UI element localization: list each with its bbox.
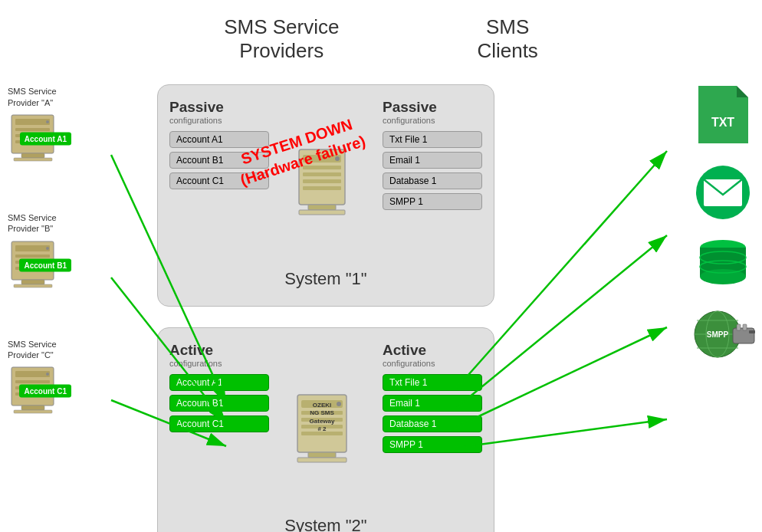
svg-rect-28 [15, 380, 50, 383]
server-c: SMS Service Provider "C" Account C1 [8, 339, 65, 419]
system2-email: Email 1 [383, 395, 482, 412]
system2-account-c1: Account C1 [169, 415, 269, 432]
email-client [695, 164, 752, 222]
server-a-label: SMS Service Provider "A" [8, 86, 65, 108]
svg-text:SMPP: SMPP [707, 330, 729, 339]
server-c-label: SMS Service Provider "C" [8, 339, 65, 361]
clients-title: SMS Clients [477, 15, 537, 63]
svg-rect-39 [303, 186, 341, 190]
svg-marker-52 [737, 86, 748, 97]
system2-gateway: OZEKING SMSGateway# 2 [273, 342, 379, 516]
system1-inner: Passive configurations Account A1 Accoun… [158, 85, 494, 269]
providers-title: SMS Service Providers [224, 15, 339, 63]
clients-column: TXT [691, 82, 756, 363]
system2-active-title2: Active [383, 342, 482, 359]
server-a-account: Account A1 [20, 132, 71, 145]
email-icon [695, 164, 752, 222]
svg-point-11 [46, 120, 49, 123]
system2-inner: Active configurations Account A1 Account… [158, 328, 494, 516]
system1-txt: Txt File 1 [383, 131, 482, 148]
svg-rect-18 [15, 245, 50, 251]
system1-left-subtitle: configurations [169, 116, 269, 125]
svg-rect-68 [743, 324, 747, 330]
main-diagram: SMS Service Provider "A" Account A1 [0, 71, 762, 532]
txt-client: TXT [695, 82, 752, 147]
svg-rect-32 [14, 410, 52, 413]
svg-rect-16 [14, 158, 52, 161]
svg-rect-10 [15, 119, 50, 125]
system2-account-a1: Account A1 [169, 374, 269, 391]
svg-rect-38 [303, 179, 341, 183]
system2-smpp: SMPP 1 [383, 436, 482, 453]
svg-rect-40 [308, 205, 336, 210]
server-b: SMS Service Provider "B" Account B1 [8, 212, 65, 293]
system2-txt: Txt File 1 [383, 374, 482, 391]
system1-right-subtitle: configurations [383, 116, 482, 125]
system2-box: Active configurations Account A1 Account… [157, 327, 494, 532]
system1-passive-title: Passive [169, 99, 269, 116]
system2-right-panel: Active configurations Txt File 1 Email 1… [383, 342, 482, 516]
system2-right-subtitle: configurations [383, 359, 482, 368]
svg-rect-20 [15, 255, 50, 258]
server-c-account: Account C1 [19, 385, 71, 398]
server-b-account: Account B1 [19, 258, 71, 271]
system1-passive-title2: Passive [383, 99, 482, 116]
svg-rect-26 [15, 371, 50, 377]
system1-box: SYSTEM DOWN (Hardware failure) Passive c… [157, 84, 494, 307]
svg-rect-24 [14, 284, 52, 287]
system1-email: Email 1 [383, 152, 482, 169]
svg-point-19 [46, 247, 49, 250]
system1-database: Database 1 [383, 172, 482, 189]
svg-rect-12 [15, 128, 50, 131]
page-header: SMS Service Providers SMS Clients [0, 0, 762, 63]
svg-text:TXT: TXT [711, 116, 734, 129]
system2-database: Database 1 [383, 415, 482, 432]
gateway-label: OZEKING SMSGateway# 2 [301, 402, 343, 434]
svg-rect-31 [21, 406, 44, 410]
system1-title: System "1" [158, 269, 494, 297]
database-client [695, 238, 752, 288]
system1-smpp: SMPP 1 [383, 193, 482, 210]
svg-rect-37 [303, 172, 341, 176]
system2-left-panel: Active configurations Account A1 Account… [169, 342, 269, 516]
svg-rect-50 [297, 458, 347, 462]
svg-rect-67 [737, 324, 741, 330]
smpp-client: SMPP [691, 305, 756, 363]
database-icon [695, 238, 752, 288]
sms-clients-header: SMS Clients [477, 15, 537, 63]
smpp-icon: SMPP [691, 305, 756, 363]
server-b-label: SMS Service Provider "B" [8, 212, 65, 235]
system2-account-b1: Account B1 [169, 395, 269, 412]
svg-rect-41 [299, 210, 345, 215]
system2-active-title: Active [169, 342, 269, 359]
system2-left-subtitle: configurations [169, 359, 269, 368]
server-group: SMS Service Provider "A" Account A1 [8, 86, 65, 419]
svg-rect-49 [308, 452, 336, 458]
txt-file-icon: TXT [695, 82, 752, 147]
svg-point-27 [46, 373, 49, 376]
svg-rect-15 [21, 153, 44, 158]
system1-right-panel: Passive configurations Txt File 1 Email … [383, 99, 482, 269]
server-a: SMS Service Provider "A" Account A1 [8, 86, 65, 166]
system2-title: System "2" [158, 516, 494, 532]
svg-rect-69 [749, 330, 755, 333]
sms-providers-header: SMS Service Providers [224, 15, 339, 63]
svg-rect-23 [21, 280, 44, 284]
